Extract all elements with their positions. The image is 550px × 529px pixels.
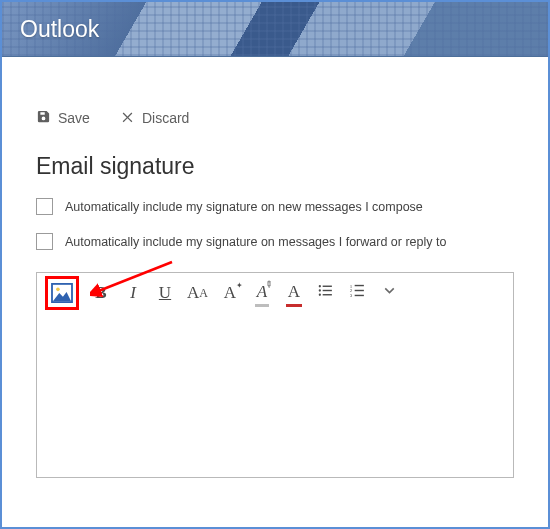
save-label: Save xyxy=(58,110,90,126)
svg-rect-11 xyxy=(355,290,364,291)
signature-textarea[interactable] xyxy=(37,313,513,477)
auto-new-label: Automatically include my signature on ne… xyxy=(65,200,423,214)
bulleted-list-button[interactable] xyxy=(316,281,336,305)
app-header: Outlook xyxy=(2,2,548,57)
option-reply-row: Automatically include my signature on me… xyxy=(36,233,514,250)
svg-point-4 xyxy=(319,289,321,291)
svg-point-6 xyxy=(319,294,321,296)
italic-button[interactable]: I xyxy=(123,281,143,305)
highlight-button[interactable]: A ✎ xyxy=(252,281,272,305)
numbered-list-button[interactable]: 123 xyxy=(348,281,368,305)
bullet-list-icon xyxy=(317,282,334,304)
picture-icon xyxy=(51,289,73,306)
auto-reply-label: Automatically include my signature on me… xyxy=(65,235,446,249)
svg-text:3: 3 xyxy=(350,293,353,298)
more-formatting-button[interactable] xyxy=(380,281,400,305)
signature-editor: B I U AA A✦ A ✎ A xyxy=(36,272,514,478)
discard-label: Discard xyxy=(142,110,189,126)
svg-rect-13 xyxy=(355,295,364,296)
svg-rect-5 xyxy=(323,290,332,291)
auto-reply-checkbox[interactable] xyxy=(36,233,53,250)
chevron-down-icon xyxy=(381,282,398,304)
font-style-button[interactable]: A✦ xyxy=(220,281,240,305)
insert-image-button[interactable] xyxy=(51,283,73,303)
underline-button[interactable]: U xyxy=(155,281,175,305)
insert-image-highlight xyxy=(45,276,79,310)
auto-new-checkbox[interactable] xyxy=(36,198,53,215)
svg-rect-7 xyxy=(323,294,332,295)
discard-button[interactable]: Discard xyxy=(120,109,189,127)
page-title: Email signature xyxy=(36,153,514,180)
option-new-row: Automatically include my signature on ne… xyxy=(36,198,514,215)
app-name: Outlook xyxy=(20,16,99,43)
svg-rect-9 xyxy=(355,285,364,286)
close-icon xyxy=(120,109,135,127)
save-button[interactable]: Save xyxy=(36,109,90,127)
number-list-icon: 123 xyxy=(349,282,366,304)
svg-point-1 xyxy=(56,288,60,292)
svg-rect-3 xyxy=(323,286,332,287)
save-icon xyxy=(36,109,51,127)
action-toolbar: Save Discard xyxy=(36,109,514,127)
svg-point-2 xyxy=(319,285,321,287)
font-size-button[interactable]: AA xyxy=(187,281,208,305)
page-content: Save Discard Email signature Automatical… xyxy=(2,109,548,478)
font-color-button[interactable]: A xyxy=(284,281,304,305)
bold-button[interactable]: B xyxy=(91,281,111,305)
format-toolbar: B I U AA A✦ A ✎ A xyxy=(37,273,513,313)
